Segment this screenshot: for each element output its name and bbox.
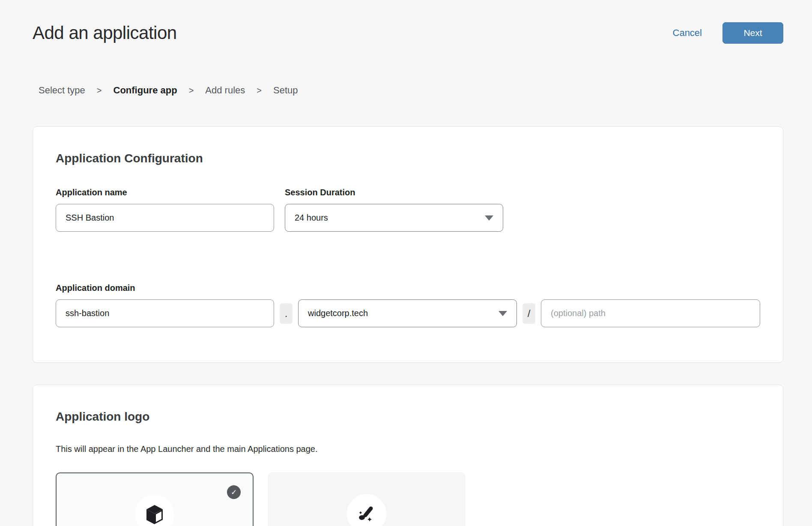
step-add-rules[interactable]: Add rules (205, 85, 245, 96)
next-button[interactable]: Next (722, 22, 783, 44)
application-name-label: Application name (56, 188, 274, 197)
application-configuration-card: Application Configuration Application na… (33, 126, 783, 363)
application-logo-card: Application logo This will appear in the… (33, 385, 783, 526)
cube-icon (146, 505, 164, 525)
slash-separator: / (522, 303, 535, 324)
application-domain-row: . widgetcorp.tech / (56, 299, 760, 327)
breadcrumb-separator: > (97, 86, 102, 96)
cancel-button[interactable]: Cancel (673, 27, 702, 39)
session-duration-value: 24 hours (295, 213, 328, 223)
session-duration-select[interactable]: 24 hours (285, 204, 503, 232)
application-logo-heading: Application logo (56, 385, 760, 424)
chevron-down-icon (485, 215, 493, 221)
add-application-page: Add an application Cancel Next Select ty… (0, 0, 812, 526)
dot-separator: . (280, 303, 293, 324)
breadcrumb-separator: > (257, 86, 262, 96)
wizard-breadcrumb: Select type > Configure app > Add rules … (33, 85, 783, 96)
application-name-input[interactable] (56, 204, 274, 232)
application-name-field-group: Application name (56, 188, 274, 232)
breadcrumb-separator: > (189, 86, 194, 96)
logo-option-custom[interactable] (268, 472, 466, 526)
logo-option-tiles: ✓ (56, 472, 760, 526)
step-select-type[interactable]: Select type (39, 85, 85, 96)
application-configuration-heading: Application Configuration (56, 127, 760, 165)
logo-option-default[interactable]: ✓ (56, 472, 254, 526)
session-duration-field-group: Session Duration 24 hours (285, 188, 503, 232)
session-duration-label: Session Duration (285, 188, 503, 197)
application-domain-label: Application domain (56, 283, 760, 293)
domain-select[interactable]: widgetcorp.tech (298, 299, 517, 327)
header-actions: Cancel Next (673, 22, 783, 44)
step-setup[interactable]: Setup (273, 85, 298, 96)
custom-logo-circle (347, 494, 386, 526)
step-configure-app[interactable]: Configure app (113, 85, 177, 96)
paintbrush-icon (357, 504, 376, 523)
subdomain-input[interactable] (56, 299, 274, 327)
default-logo-circle (135, 495, 174, 526)
page-header: Add an application Cancel Next (33, 0, 783, 44)
application-logo-description: This will appear in the App Launcher and… (56, 444, 760, 454)
page-title: Add an application (33, 23, 177, 43)
domain-value: widgetcorp.tech (308, 308, 368, 318)
chevron-down-icon (499, 311, 507, 316)
check-icon: ✓ (227, 485, 241, 499)
name-session-row: Application name Session Duration 24 hou… (56, 188, 760, 232)
path-input[interactable] (541, 299, 760, 327)
